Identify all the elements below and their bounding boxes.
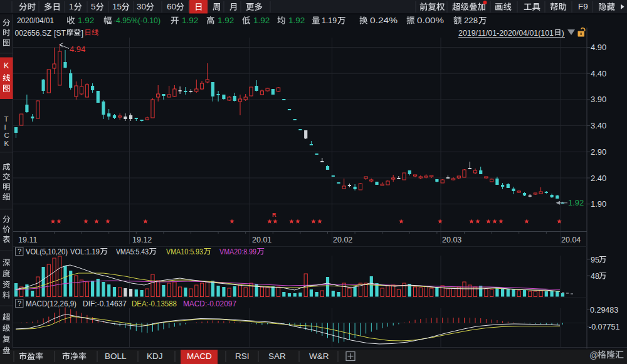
svg-text:20.01: 20.01 xyxy=(252,236,271,244)
svg-text:-4.95%(-0.10): -4.95%(-0.10) xyxy=(113,16,161,25)
svg-text:19.12: 19.12 xyxy=(132,236,152,244)
svg-text:C: C xyxy=(4,132,9,139)
svg-text:2019/11/01-2020/04/01(101: 2019/11/01-2020/04/01(101 xyxy=(458,28,554,38)
svg-text:1.92: 1.92 xyxy=(78,16,94,25)
svg-text:K: K xyxy=(4,61,9,70)
svg-text:K: K xyxy=(4,140,9,147)
svg-text:SAR: SAR xyxy=(268,351,286,361)
svg-text:20.02: 20.02 xyxy=(333,236,352,244)
svg-text:1.92: 1.92 xyxy=(568,198,584,207)
svg-text:20.03: 20.03 xyxy=(442,236,461,244)
svg-text:15: 15 xyxy=(112,2,122,11)
svg-text:F9: F9 xyxy=(578,2,588,11)
svg-text:1.92: 1.92 xyxy=(288,16,305,25)
svg-text:RSI: RSI xyxy=(235,351,250,361)
svg-text:MACD:-0.02097: MACD:-0.02097 xyxy=(183,299,236,308)
svg-text:3.40: 3.40 xyxy=(591,121,606,130)
svg-text:1.90: 1.90 xyxy=(591,199,606,209)
svg-text:[ST: [ST xyxy=(54,28,66,38)
svg-text:BOLL: BOLL xyxy=(105,351,127,361)
svg-text:VMA20:8.99: VMA20:8.99 xyxy=(219,247,256,256)
svg-text:-0.07751: -0.07751 xyxy=(589,323,619,331)
svg-text:@: @ xyxy=(589,350,598,360)
svg-text:]: ] xyxy=(82,28,84,38)
svg-text:1: 1 xyxy=(69,2,74,11)
svg-text:2.40: 2.40 xyxy=(591,174,606,183)
svg-text:I: I xyxy=(4,123,6,131)
svg-text:95: 95 xyxy=(591,256,599,264)
svg-text:20.04: 20.04 xyxy=(561,236,581,244)
svg-text:228: 228 xyxy=(464,16,478,25)
svg-text:0.24%: 0.24% xyxy=(370,16,398,25)
svg-text:MACD: MACD xyxy=(187,351,212,361)
svg-text:1.92: 1.92 xyxy=(182,16,198,25)
svg-text:): ) xyxy=(562,28,564,38)
svg-text:0.00%: 0.00% xyxy=(417,16,444,25)
svg-text:1.19: 1.19 xyxy=(322,16,337,25)
svg-text:?: ? xyxy=(18,299,21,307)
svg-text:4.90: 4.90 xyxy=(591,43,606,52)
svg-text:30: 30 xyxy=(137,2,146,11)
svg-text:19.11: 19.11 xyxy=(18,236,37,244)
svg-text:VMA10:5.93: VMA10:5.93 xyxy=(166,247,203,256)
svg-text:T: T xyxy=(4,115,9,123)
svg-text:VOL(5,10,20): VOL(5,10,20) xyxy=(26,247,68,256)
svg-text:5: 5 xyxy=(91,2,96,11)
svg-text:2.90: 2.90 xyxy=(591,147,606,157)
svg-text:2020/04/01: 2020/04/01 xyxy=(17,16,54,25)
svg-text:48: 48 xyxy=(591,272,599,281)
svg-text:?: ? xyxy=(18,247,21,255)
svg-text:VMA5:5.43: VMA5:5.43 xyxy=(116,247,149,256)
svg-text:W&R: W&R xyxy=(309,351,329,361)
svg-text:1.92: 1.92 xyxy=(253,16,270,25)
svg-text:0.29483: 0.29483 xyxy=(590,306,618,315)
svg-text:DEA:-0.13588: DEA:-0.13588 xyxy=(132,299,177,308)
svg-text:DIF:-0.14637: DIF:-0.14637 xyxy=(83,299,127,308)
svg-text:MACD(12,26,9): MACD(12,26,9) xyxy=(26,299,76,308)
svg-text:KDJ: KDJ xyxy=(147,351,163,361)
svg-text:60: 60 xyxy=(167,2,176,11)
svg-text:4.40: 4.40 xyxy=(591,69,606,78)
svg-text:3.90: 3.90 xyxy=(591,95,606,104)
svg-text:4.94: 4.94 xyxy=(70,44,85,54)
svg-text:VOL:1.19: VOL:1.19 xyxy=(70,247,100,256)
svg-text:002656.SZ: 002656.SZ xyxy=(15,28,52,38)
svg-text:R: R xyxy=(272,212,277,218)
svg-text:1.92: 1.92 xyxy=(218,16,234,25)
